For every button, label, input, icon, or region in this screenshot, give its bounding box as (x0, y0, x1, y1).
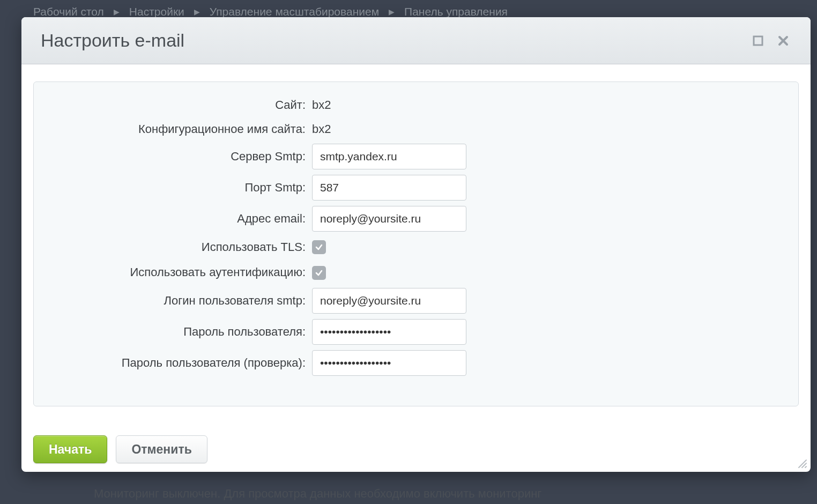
label-config-name: Конфигурационное имя сайта: (47, 119, 312, 139)
breadcrumb: Рабочий стол ▶ Настройки ▶ Управление ма… (33, 5, 508, 18)
value-site: bx2 (312, 98, 331, 112)
smtp-port-input[interactable] (312, 175, 466, 201)
row-use-tls: Использовать TLS: (47, 237, 785, 257)
row-email: Адрес email: (47, 206, 785, 232)
row-smtp-port: Порт Smtp: (47, 175, 785, 201)
use-auth-checkbox[interactable] (312, 266, 326, 280)
close-icon[interactable] (777, 35, 789, 47)
label-smtp-login: Логин пользователя smtp: (47, 291, 312, 310)
submit-button[interactable]: Начать (33, 435, 107, 463)
dialog-body: Сайт: bx2 Конфигурационное имя сайта: bx… (21, 64, 811, 431)
maximize-icon[interactable] (753, 35, 763, 46)
breadcrumb-item[interactable]: Панель управления (404, 5, 508, 18)
row-site: Сайт: bx2 (47, 95, 785, 115)
label-smtp-port: Порт Smtp: (47, 177, 312, 197)
row-config-name: Конфигурационное имя сайта: bx2 (47, 119, 785, 139)
label-site: Сайт: (47, 95, 312, 115)
label-use-tls: Использовать TLS: (47, 237, 312, 257)
use-tls-checkbox[interactable] (312, 240, 326, 254)
chevron-right-icon: ▶ (114, 8, 120, 16)
smtp-server-input[interactable] (312, 144, 466, 169)
email-input[interactable] (312, 206, 466, 232)
resize-handle-icon[interactable] (797, 458, 807, 469)
row-password: Пароль пользователя: (47, 319, 785, 345)
chevron-right-icon: ▶ (389, 8, 395, 16)
value-config-name: bx2 (312, 122, 331, 136)
label-password: Пароль пользователя: (47, 322, 312, 342)
row-smtp-server: Сервер Smtp: (47, 144, 785, 169)
breadcrumb-item[interactable]: Настройки (129, 5, 184, 18)
label-password-confirm: Пароль пользователя (проверка): (47, 353, 312, 373)
row-smtp-login: Логин пользователя smtp: (47, 288, 785, 314)
form-panel: Сайт: bx2 Конфигурационное имя сайта: bx… (33, 81, 799, 406)
label-smtp-server: Сервер Smtp: (47, 146, 312, 166)
cancel-button[interactable]: Отменить (116, 435, 207, 463)
dialog-title: Настроить e-mail (41, 30, 184, 51)
password-input[interactable] (312, 319, 466, 345)
row-use-auth: Использовать аутентификацию: (47, 262, 785, 282)
row-password-confirm: Пароль пользователя (проверка): (47, 350, 785, 376)
chevron-right-icon: ▶ (194, 8, 200, 16)
breadcrumb-item[interactable]: Управление масштабированием (210, 5, 379, 18)
monitoring-hint: Мониторинг выключен. Для просмотра данны… (94, 487, 541, 501)
dialog-header: Настроить e-mail (21, 17, 811, 64)
dialog-footer: Начать Отменить (21, 431, 811, 472)
label-email: Адрес email: (47, 209, 312, 228)
smtp-login-input[interactable] (312, 288, 466, 314)
dialog-window-controls (753, 35, 789, 47)
breadcrumb-item[interactable]: Рабочий стол (33, 5, 104, 18)
svg-rect-0 (754, 36, 762, 45)
email-settings-dialog: Настроить e-mail Сайт: bx2 Конфигурацион… (21, 17, 811, 472)
label-use-auth: Использовать аутентификацию: (47, 262, 312, 282)
password-confirm-input[interactable] (312, 350, 466, 376)
